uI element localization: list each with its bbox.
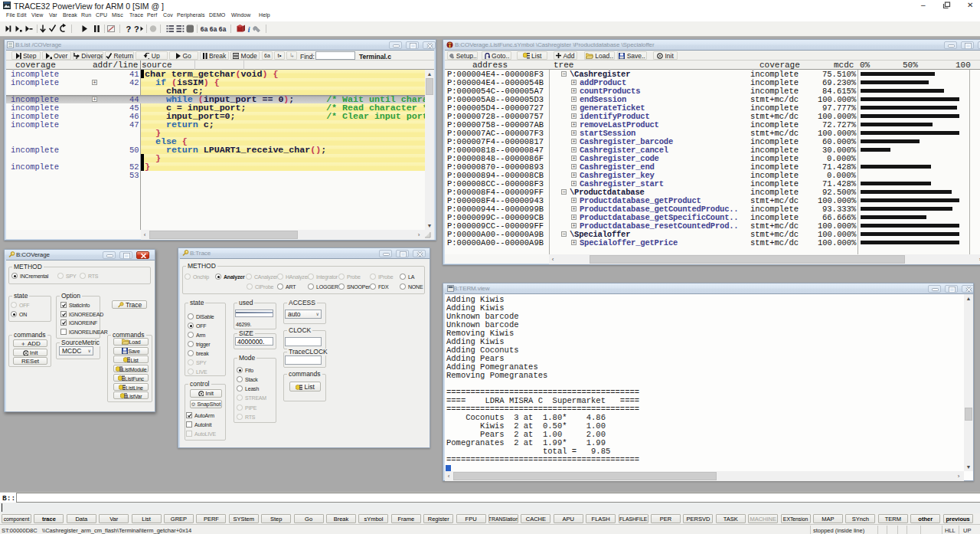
svg-text:6a: 6a [210, 26, 217, 34]
svg-text:i: i [248, 25, 251, 34]
svg-text:6a: 6a [219, 26, 227, 34]
svg-text:?: ? [126, 25, 132, 34]
svg-text:6a: 6a [201, 26, 208, 34]
svg-text:?: ? [134, 25, 139, 34]
